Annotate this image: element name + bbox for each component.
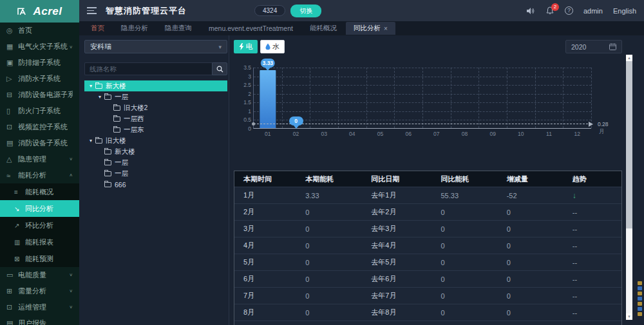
chevron-down-icon: ∨ — [69, 289, 73, 293]
cell-yoy_energy: 55.33 — [431, 187, 497, 203]
sidebar-item-视频监控子系统[interactable]: ⊡视频监控子系统 — [0, 119, 79, 135]
sidebar-item-防排烟子系统[interactable]: ▣防排烟子系统 — [0, 55, 79, 71]
help-icon[interactable]: ? — [565, 6, 573, 15]
organization-select[interactable]: 安科瑞 ▾ — [84, 40, 227, 53]
scrollbar-thumb[interactable] — [626, 61, 632, 228]
cell-yoy_energy: 0 — [431, 254, 497, 270]
folder-icon — [113, 127, 120, 133]
tab-3[interactable]: menu.event.eventTreatment — [201, 23, 301, 34]
sidebar-item-电气火灾子系统[interactable]: ▦电气火灾子系统∨ — [0, 39, 79, 55]
smoke-control-icon: ▣ — [6, 59, 18, 67]
chevron-down-icon: ∨ — [69, 157, 73, 162]
switch-button[interactable]: 切换 — [290, 5, 321, 17]
tree-node-666[interactable]: 666 — [84, 179, 227, 190]
y-tick-label: 1.5 — [243, 99, 251, 106]
folder-icon — [95, 138, 102, 144]
cell-period: 4月 — [234, 237, 296, 254]
y-tick-label: 0.5 — [243, 116, 251, 123]
tree-node-一层[interactable]: 一层 — [84, 168, 227, 179]
sidebar-item-环比分析[interactable]: ↗环比分析 — [0, 217, 79, 234]
gridline-v — [507, 68, 507, 128]
bar-month-01 — [260, 70, 276, 128]
sidebar-item-消防设备子系统[interactable]: ▤消防设备子系统 — [0, 135, 79, 151]
tab-bar: 首页隐患分析隐患查询menu.event.eventTreatment能耗概况同… — [79, 21, 644, 35]
line-search-input[interactable] — [84, 62, 212, 75]
tree-node-旧大楼2[interactable]: 旧大楼2 — [84, 102, 227, 113]
sidebar-item-能耗分析[interactable]: ≈能耗分析∧ — [0, 167, 79, 183]
sidebar-item-电能质量[interactable]: ▭电能质量∨ — [0, 267, 79, 283]
tree-node-一层[interactable]: 一层 — [84, 157, 227, 168]
sidebar-item-运维管理[interactable]: ⊡运维管理∨ — [0, 299, 79, 315]
sidebar-item-首页[interactable]: ◎首页 — [0, 23, 79, 39]
notification-bell-icon[interactable]: 2 — [545, 6, 554, 15]
sidebar-item-消防水子系统[interactable]: ▷消防水子系统 — [0, 71, 79, 87]
collapse-menu-icon[interactable] — [87, 7, 97, 14]
average-line: 0.28 — [254, 124, 591, 124]
cell-period: 7月 — [234, 288, 296, 304]
chart-plot-area: 00.511.522.533.5010203040506070809101112… — [253, 68, 591, 129]
table-row: 1月3.33去年1月55.33-52↓ — [234, 187, 621, 203]
sidebar-item-能耗预测[interactable]: ⊠能耗预测 — [0, 250, 79, 267]
sidebar-item-label: 同比分析 — [25, 204, 53, 214]
cell-energy: 0 — [296, 204, 362, 220]
tree-node-一层西[interactable]: 一层西 — [84, 113, 227, 124]
folder-icon — [113, 116, 120, 122]
energy-analysis-icon: ≈ — [6, 172, 18, 180]
chevron-down-icon: ∨ — [69, 305, 73, 310]
cell-yoy_energy: 0 — [431, 221, 497, 237]
electric-toggle-button[interactable]: 电 — [234, 40, 258, 53]
column-header-3: 同比能耗 — [431, 171, 497, 187]
scroll-down-button[interactable]: ▼ — [626, 313, 632, 320]
cell-energy: 0 — [296, 254, 362, 270]
sidebar-item-label: 能耗概况 — [25, 187, 53, 197]
tab-4[interactable]: 能耗概况 — [302, 22, 345, 35]
tree-node-label: 新大楼 — [106, 82, 126, 91]
tree-expand-icon[interactable]: ▾ — [87, 83, 95, 89]
sidebar-item-能耗报表[interactable]: ▥能耗报表 — [0, 234, 79, 250]
column-header-0: 本期时间 — [234, 171, 296, 187]
scroll-up-button[interactable]: ▲ — [626, 55, 632, 61]
language-switcher[interactable]: English — [613, 7, 636, 15]
vertical-scrollbar[interactable]: ▲ ▼ — [626, 55, 632, 320]
user-menu[interactable]: admin — [583, 7, 603, 15]
sidebar-item-label: 首页 — [18, 26, 73, 35]
sidebar-item-能耗概况[interactable]: ≡能耗概况 — [0, 183, 79, 200]
tree-node-新大楼[interactable]: ▾新大楼 — [84, 80, 227, 91]
cell-yoy_energy: 0 — [431, 237, 497, 254]
y-tick-label: 3 — [248, 73, 251, 80]
tab-1[interactable]: 隐患分析 — [113, 22, 156, 35]
sidebar-item-防火门子系统[interactable]: ▯防火门子系统 — [0, 103, 79, 119]
cell-yoy_date: 去年9月 — [362, 321, 431, 325]
tree-node-旧大楼[interactable]: ▾旧大楼 — [84, 135, 227, 146]
sidebar-item-消防设备电源子系统[interactable]: ⊟消防设备电源子系统 — [0, 87, 79, 103]
sidebar-item-同比分析[interactable]: ↘同比分析 — [0, 200, 79, 217]
count-badge: 4324 — [254, 5, 285, 16]
tab-2[interactable]: 隐患查询 — [157, 22, 200, 35]
tab-0[interactable]: 首页 — [83, 22, 112, 35]
tree-expand-icon[interactable]: ▾ — [87, 138, 95, 144]
table-row: 6月0去年6月00-- — [234, 270, 621, 287]
sidebar-submenu: ≡能耗概况↘同比分析↗环比分析▥能耗报表⊠能耗预测 — [0, 183, 79, 267]
volume-icon[interactable] — [526, 6, 535, 15]
folder-icon — [113, 106, 120, 111]
tree-node-新大楼[interactable]: 新大楼 — [84, 146, 227, 157]
y-tick-label: 1 — [248, 108, 251, 115]
sidebar-item-用户报告[interactable]: ▤用户报告 — [0, 315, 79, 325]
tab-close-icon[interactable]: × — [384, 25, 388, 32]
cell-delta: 0 — [498, 221, 564, 237]
tab-5[interactable]: 同比分析× — [346, 22, 395, 35]
sidebar-item-label: 需量分析 — [18, 286, 69, 296]
cell-trend: -- — [564, 221, 621, 237]
sidebar: Acrel ◎首页▦电气火灾子系统∨▣防排烟子系统▷消防水子系统⊟消防设备电源子… — [0, 0, 79, 325]
cell-delta: 0 — [498, 288, 564, 304]
water-toggle-button[interactable]: 水 — [260, 40, 285, 53]
gridline-v — [451, 68, 451, 128]
tree-expand-icon[interactable]: ▾ — [96, 94, 104, 100]
tree-node-一层东[interactable]: 一层东 — [84, 124, 227, 135]
year-picker[interactable]: 2020 — [565, 40, 622, 53]
search-button[interactable] — [212, 62, 227, 75]
sidebar-item-需量分析[interactable]: ⊞需量分析∨ — [0, 283, 79, 299]
tree-node-一层[interactable]: ▾一层 — [84, 91, 227, 102]
sidebar-item-隐患管理[interactable]: △隐患管理∨ — [0, 151, 79, 167]
page-title: 智慧消防管理云平台 — [106, 5, 187, 17]
